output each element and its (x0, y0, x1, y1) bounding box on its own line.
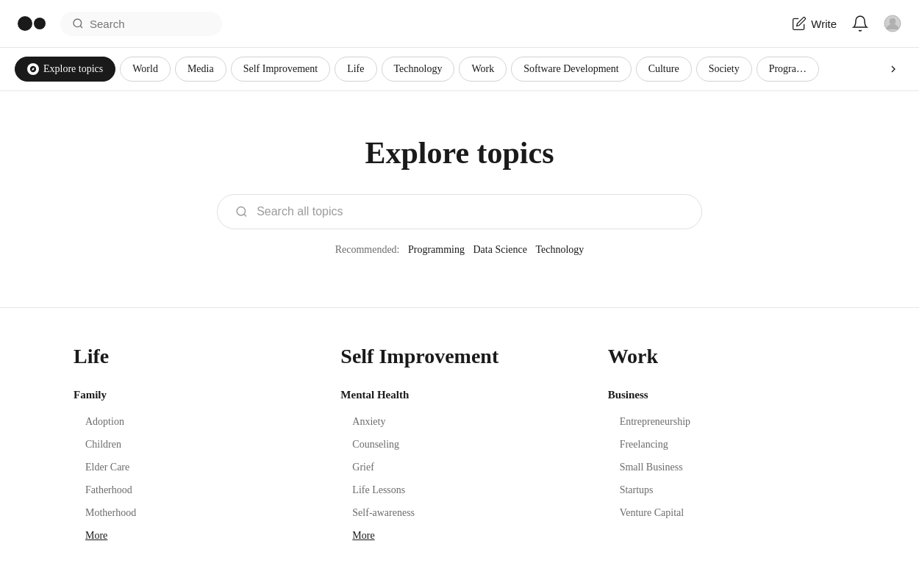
user-avatar[interactable] (884, 15, 901, 32)
nav-tag-culture[interactable]: Culture (636, 57, 692, 82)
category-life-title: Life (74, 345, 311, 368)
nav-tag-explore-topics[interactable]: Explore topics (15, 57, 115, 82)
nav-scroll-right[interactable] (882, 58, 904, 80)
svg-point-1 (34, 18, 46, 29)
nav-tag-media[interactable]: Media (175, 57, 226, 82)
svg-line-3 (80, 26, 82, 28)
category-self-improvement-title: Self Improvement (340, 345, 578, 368)
topic-search-input[interactable] (257, 205, 684, 218)
svg-point-5 (890, 18, 895, 24)
category-work: Work Business Entrepreneurship Freelanci… (593, 345, 860, 542)
header-search-input[interactable] (90, 18, 210, 30)
self-improvement-more-link[interactable]: More (352, 530, 374, 542)
nav-tag-world[interactable]: World (120, 57, 171, 82)
topic-elder-care[interactable]: Elder Care (74, 456, 311, 478)
write-icon (792, 16, 807, 31)
hero-section: Explore topics Recommended: Programming … (0, 91, 919, 285)
nav-tag-life[interactable]: Life (335, 57, 376, 82)
life-more-link[interactable]: More (85, 530, 107, 542)
svg-point-2 (74, 19, 82, 27)
topics-nav-inner: Explore topics World Media Self Improvem… (15, 48, 882, 90)
subcategory-family-title: Family (74, 389, 311, 401)
page-title: Explore topics (15, 135, 904, 171)
topic-self-awareness[interactable]: Self-awareness (340, 501, 578, 524)
nav-tag-society[interactable]: Society (696, 57, 752, 82)
compass-icon (27, 63, 39, 75)
category-life: Life Family Adoption Children Elder Care… (59, 345, 326, 542)
header-search[interactable] (60, 12, 222, 36)
topics-nav: Explore topics World Media Self Improvem… (0, 48, 919, 91)
recommended-data-science[interactable]: Data Science (473, 244, 527, 255)
nav-tag-work[interactable]: Work (459, 57, 507, 82)
categories-grid: Life Family Adoption Children Elder Care… (0, 308, 919, 571)
category-self-improvement: Self Improvement Mental Health Anxiety C… (326, 345, 593, 542)
search-icon (72, 18, 84, 29)
recommended-row: Recommended: Programming Data Science Te… (15, 244, 904, 256)
topic-search-bar[interactable] (217, 194, 702, 229)
topic-anxiety[interactable]: Anxiety (340, 410, 578, 433)
topic-adoption[interactable]: Adoption (74, 410, 311, 433)
topic-startups[interactable]: Startups (608, 478, 845, 501)
svg-point-0 (18, 16, 32, 31)
topic-motherhood[interactable]: Motherhood (74, 501, 311, 524)
svg-line-9 (244, 214, 246, 216)
nav-tag-technology[interactable]: Technology (382, 57, 455, 82)
recommended-programming[interactable]: Programming (408, 244, 465, 255)
topic-children[interactable]: Children (74, 433, 311, 456)
topic-entrepreneurship[interactable]: Entrepreneurship (608, 410, 845, 433)
svg-point-8 (237, 207, 245, 215)
notifications-icon[interactable] (851, 15, 869, 32)
topic-grief[interactable]: Grief (340, 456, 578, 478)
nav-tag-self-improvement[interactable]: Self Improvement (231, 57, 330, 82)
write-button[interactable]: Write (792, 16, 837, 31)
topic-fatherhood[interactable]: Fatherhood (74, 478, 311, 501)
recommended-technology[interactable]: Technology (535, 244, 584, 255)
category-work-title: Work (608, 345, 845, 368)
write-label: Write (811, 18, 837, 30)
topic-counseling[interactable]: Counseling (340, 433, 578, 456)
topic-small-business[interactable]: Small Business (608, 456, 845, 478)
header-right: Write (792, 15, 901, 32)
nav-tag-software-development[interactable]: Software Development (511, 57, 631, 82)
topic-freelancing[interactable]: Freelancing (608, 433, 845, 456)
subcategory-business-title: Business (608, 389, 845, 401)
topic-venture-capital[interactable]: Venture Capital (608, 501, 845, 524)
topic-search-icon (235, 205, 248, 218)
nav-tag-programming[interactable]: Progra… (757, 57, 819, 82)
recommended-label: Recommended: (335, 244, 400, 255)
topic-life-lessons[interactable]: Life Lessons (340, 478, 578, 501)
subcategory-mental-health-title: Mental Health (340, 389, 578, 401)
header: Write (0, 0, 919, 48)
logo[interactable] (18, 15, 49, 32)
